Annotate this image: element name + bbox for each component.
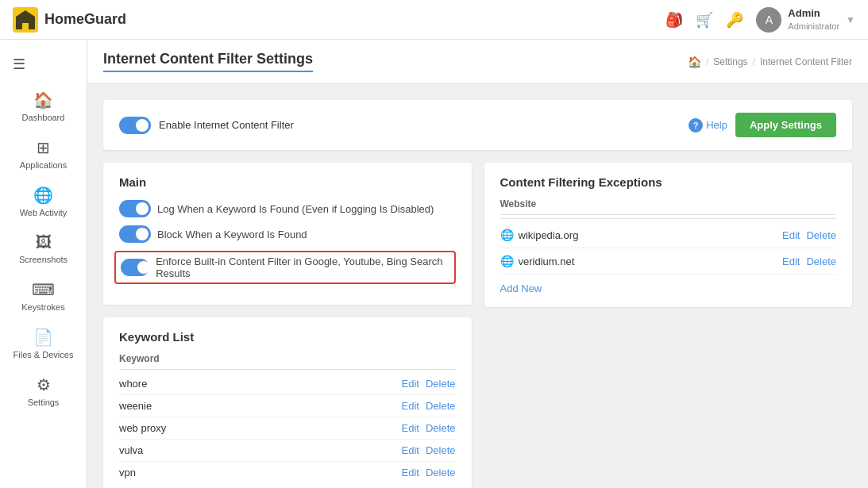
edit-exception-button[interactable]: Edit — [782, 256, 800, 267]
exceptions-column-header: Website — [500, 198, 837, 215]
sidebar-item-web-activity[interactable]: 🌐 Web Activity — [0, 178, 87, 225]
toggle-row-log: Log When a Keyword Is Found (Even if Log… — [119, 200, 456, 217]
enable-toggle-label: Enable Internet Content Filter — [159, 119, 294, 131]
help-circle-icon: ? — [689, 118, 703, 133]
hamburger-menu[interactable]: ☰ — [0, 46, 38, 83]
user-info: Admin Administrator — [788, 7, 839, 32]
toggle-row-block: Block When a Keyword Is Found — [119, 225, 456, 243]
key-icon[interactable]: 🔑 — [726, 11, 743, 29]
web-activity-icon: 🌐 — [33, 186, 53, 205]
delete-keyword-button[interactable]: Delete — [426, 467, 456, 478]
globe-icon: 🌐 — [500, 229, 514, 241]
keyword-actions: Edit Delete — [402, 422, 456, 434]
logo-area: HomeGuard — [13, 7, 126, 33]
sidebar-item-files-devices[interactable]: 📄 Files & Devices — [0, 320, 87, 367]
enable-left: Enable Internet Content Filter — [119, 117, 294, 134]
exception-url: wikipedia.org — [519, 229, 579, 241]
enable-row: Enable Internet Content Filter ? Help Ap… — [119, 113, 836, 137]
sidebar-item-label: Dashboard — [22, 113, 65, 122]
left-column: Main Log When a Keyword Is Found (Even i… — [103, 163, 472, 488]
edit-exception-button[interactable]: Edit — [782, 229, 800, 241]
bag-icon[interactable]: 🎒 — [665, 11, 683, 29]
exception-actions: Edit Delete — [782, 256, 836, 267]
user-name: Admin — [788, 7, 839, 21]
help-button[interactable]: ? Help — [689, 118, 727, 133]
keyword-value: weenie — [119, 400, 152, 412]
exceptions-title: Content Filtering Exceptions — [500, 175, 837, 189]
breadcrumb: 🏠 / Settings / Internet Content Filter — [688, 56, 852, 68]
main-section-card: Main Log When a Keyword Is Found (Even i… — [103, 163, 472, 305]
breadcrumb-settings[interactable]: Settings — [713, 56, 747, 67]
sidebar-item-label: Applications — [20, 160, 67, 170]
breadcrumb-home-icon[interactable]: 🏠 — [688, 56, 701, 68]
exceptions-section: Content Filtering Exceptions Website 🌐 w… — [484, 163, 853, 307]
enforce-filter-toggle[interactable] — [121, 259, 149, 276]
settings-icon: ⚙ — [37, 375, 51, 394]
page-header: Internet Content Filter Settings 🏠 / Set… — [87, 40, 868, 84]
delete-exception-button[interactable]: Delete — [806, 229, 836, 241]
block-keyword-label: Block When a Keyword Is Found — [157, 229, 307, 240]
edit-keyword-button[interactable]: Edit — [402, 467, 419, 478]
main-content: Internet Content Filter Settings 🏠 / Set… — [87, 40, 868, 488]
dashboard-icon: 🏠 — [33, 90, 53, 110]
sidebar-item-label: Settings — [28, 398, 60, 407]
breadcrumb-current: Internet Content Filter — [760, 56, 852, 67]
delete-keyword-button[interactable]: Delete — [426, 378, 456, 390]
applications-icon: ⊞ — [37, 138, 50, 157]
edit-keyword-button[interactable]: Edit — [402, 400, 419, 412]
table-row: 🌐 wikipedia.org Edit Delete — [500, 222, 837, 248]
table-row: web proxy Edit Delete — [119, 417, 456, 440]
enable-toggle[interactable] — [119, 117, 151, 134]
sidebar-item-applications[interactable]: ⊞ Applications — [0, 130, 87, 178]
delete-exception-button[interactable]: Delete — [806, 256, 836, 267]
keyword-value: web proxy — [119, 422, 166, 434]
app-layout: ☰ 🏠 Dashboard ⊞ Applications 🌐 Web Activ… — [0, 40, 868, 488]
homeguard-logo — [13, 7, 38, 33]
delete-keyword-button[interactable]: Delete — [426, 422, 456, 434]
user-area[interactable]: A Admin Administrator ▼ — [756, 7, 855, 33]
table-row: 🌐 veridium.net Edit Delete — [500, 248, 837, 275]
log-keyword-label: Log When a Keyword Is Found (Even if Log… — [157, 203, 434, 215]
avatar: A — [756, 7, 781, 33]
table-row: vulva Edit Delete — [119, 440, 456, 462]
keyword-column-header: Keyword — [119, 353, 456, 370]
table-row: whore Edit Delete — [119, 373, 456, 395]
sidebar-item-keystrokes[interactable]: ⌨ Keystrokes — [0, 272, 87, 320]
exception-actions: Edit Delete — [782, 229, 836, 241]
enable-card: Enable Internet Content Filter ? Help Ap… — [103, 100, 852, 150]
files-devices-icon: 📄 — [33, 328, 53, 347]
sidebar: ☰ 🏠 Dashboard ⊞ Applications 🌐 Web Activ… — [0, 40, 87, 488]
exception-site: 🌐 wikipedia.org — [500, 229, 579, 241]
keyword-actions: Edit Delete — [402, 467, 456, 478]
keyword-value: vulva — [119, 444, 143, 456]
right-column: Content Filtering Exceptions Website 🌐 w… — [484, 163, 853, 488]
edit-keyword-button[interactable]: Edit — [402, 444, 419, 456]
exception-site: 🌐 veridium.net — [500, 255, 575, 267]
sidebar-item-dashboard[interactable]: 🏠 Dashboard — [0, 83, 87, 130]
enforce-filter-label: Enforce Built-in Content Filter in Googl… — [156, 256, 449, 279]
log-keyword-toggle[interactable] — [119, 200, 151, 217]
delete-keyword-button[interactable]: Delete — [426, 444, 456, 456]
add-new-exception-button[interactable]: Add New — [500, 282, 542, 294]
apply-settings-button[interactable]: Apply Settings — [735, 113, 836, 137]
edit-keyword-button[interactable]: Edit — [402, 378, 419, 390]
delete-keyword-button[interactable]: Delete — [426, 400, 456, 412]
block-keyword-toggle[interactable] — [119, 225, 151, 243]
table-row: vpn Edit Delete — [119, 462, 456, 483]
edit-keyword-button[interactable]: Edit — [402, 422, 419, 434]
sidebar-item-label: Keystrokes — [21, 302, 64, 312]
keyword-value: whore — [119, 378, 147, 390]
exception-url: veridium.net — [519, 256, 575, 267]
keyword-section: Keyword List Keyword whore Edit Delete w… — [103, 317, 472, 488]
app-name: HomeGuard — [44, 11, 126, 28]
header-right: 🎒 🛒 🔑 A Admin Administrator ▼ — [665, 7, 855, 33]
user-role: Administrator — [788, 21, 839, 32]
top-header: HomeGuard 🎒 🛒 🔑 A Admin Administrator ▼ — [0, 0, 868, 40]
cart-icon[interactable]: 🛒 — [696, 11, 713, 29]
sidebar-item-settings[interactable]: ⚙ Settings — [0, 367, 87, 415]
page-title: Internet Content Filter Settings — [103, 51, 313, 72]
screenshots-icon: 🖼 — [36, 233, 52, 252]
keyword-actions: Edit Delete — [402, 378, 456, 390]
enable-right: ? Help Apply Settings — [689, 113, 836, 137]
sidebar-item-screenshots[interactable]: 🖼 Screenshots — [0, 225, 87, 272]
